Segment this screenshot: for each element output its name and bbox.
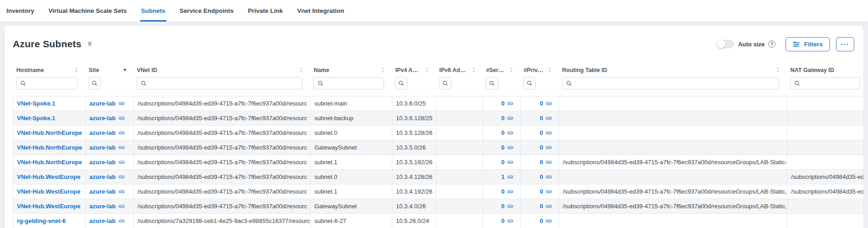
search-filter-site[interactable] xyxy=(88,77,101,89)
tab-private-link[interactable]: Private Link xyxy=(247,0,284,22)
chain-link-icon[interactable] xyxy=(507,144,514,151)
chain-link-icon[interactable] xyxy=(118,159,125,166)
column-label-hostname[interactable]: Hostname xyxy=(16,67,44,73)
chain-link-icon[interactable] xyxy=(507,100,514,107)
site-link[interactable]: azure-lab xyxy=(89,115,115,122)
chain-link-icon[interactable] xyxy=(118,217,125,224)
search-filter-num_services[interactable] xyxy=(486,77,498,89)
num_services-link[interactable]: 0 xyxy=(501,188,505,195)
num_private-link[interactable]: 0 xyxy=(540,203,543,210)
sort-updown-icon[interactable] xyxy=(547,67,553,73)
sort-updown-icon[interactable] xyxy=(73,67,79,73)
site-link[interactable]: azure-lab xyxy=(89,203,115,210)
chain-link-icon[interactable] xyxy=(507,188,514,195)
num_services-link[interactable]: 1 xyxy=(501,173,505,180)
num_private-link[interactable]: 0 xyxy=(540,173,543,180)
hostname-link[interactable]: VNet-Hub.WestEurope xyxy=(17,173,80,180)
chain-link-icon[interactable] xyxy=(507,129,514,136)
tab-vnet-integration[interactable]: Vnet Integration xyxy=(296,0,345,22)
hostname-link[interactable]: VNet-Spoke.1 xyxy=(17,115,55,122)
caret-down-icon[interactable] xyxy=(122,67,127,72)
chain-link-icon[interactable] xyxy=(545,173,552,180)
search-input-nat_gateway_id[interactable] xyxy=(803,78,860,89)
chain-link-icon[interactable] xyxy=(118,129,125,136)
num_services-link[interactable]: 0 xyxy=(501,100,505,107)
num_services-link[interactable]: 0 xyxy=(501,159,505,166)
chain-link-icon[interactable] xyxy=(118,144,125,151)
chain-link-icon[interactable] xyxy=(507,203,514,210)
column-label-ipv6[interactable]: IPv6 Add… xyxy=(439,67,468,73)
sort-updown-icon[interactable] xyxy=(508,67,514,73)
num_private-link[interactable]: 0 xyxy=(540,217,543,224)
question-circle-icon[interactable]: ? xyxy=(768,40,775,48)
site-link[interactable]: azure-lab xyxy=(89,217,115,224)
hostname-link[interactable]: VNet-Hub.NorthEurope xyxy=(17,159,82,166)
search-input-vnet_id[interactable] xyxy=(149,78,302,89)
chain-link-icon[interactable] xyxy=(545,203,552,210)
chain-link-icon[interactable] xyxy=(118,188,125,195)
tab-inventory[interactable]: Inventory xyxy=(5,0,35,22)
bookmark-icon[interactable] xyxy=(87,40,93,48)
site-link[interactable]: azure-lab xyxy=(89,144,115,151)
chain-link-icon[interactable] xyxy=(545,217,552,224)
num_private-link[interactable]: 0 xyxy=(540,129,543,136)
filters-button[interactable]: Filters xyxy=(786,37,830,51)
column-label-num_private[interactable]: #Priv… xyxy=(524,67,544,73)
chain-link-icon[interactable] xyxy=(507,217,514,224)
chain-link-icon[interactable] xyxy=(507,115,514,122)
search-input-hostname[interactable] xyxy=(29,78,77,89)
hostname-link[interactable]: VNet-Spoke.1 xyxy=(17,100,55,107)
chain-link-icon[interactable] xyxy=(118,100,125,107)
chain-link-icon[interactable] xyxy=(545,115,552,122)
sort-updown-icon[interactable] xyxy=(380,67,386,73)
chain-link-icon[interactable] xyxy=(545,188,552,195)
hostname-link[interactable]: VNet-Hub.NorthEurope xyxy=(17,144,82,151)
chain-link-icon[interactable] xyxy=(118,203,125,210)
tab-subnets[interactable]: Subnets xyxy=(140,0,166,22)
num_private-link[interactable]: 0 xyxy=(540,159,543,166)
num_private-link[interactable]: 0 xyxy=(540,115,543,122)
num_services-link[interactable]: 0 xyxy=(501,203,505,210)
column-label-nat_gateway_id[interactable]: NAT Gateway ID xyxy=(791,67,835,73)
hostname-link[interactable]: VNet-Hub.NorthEurope xyxy=(17,129,82,136)
sort-updown-icon[interactable] xyxy=(298,67,304,73)
hostname-link[interactable]: rg-gelding-vnet-6 xyxy=(17,217,66,224)
site-link[interactable]: azure-lab xyxy=(89,129,115,136)
chain-link-icon[interactable] xyxy=(545,144,552,151)
search-input-name[interactable] xyxy=(326,78,384,89)
column-label-ipv4[interactable]: IPv4 Add… xyxy=(396,67,421,73)
chain-link-icon[interactable] xyxy=(545,100,552,107)
column-label-routing_table_id[interactable]: Routing Table ID xyxy=(562,67,607,73)
site-link[interactable]: azure-lab xyxy=(89,173,115,180)
num_services-link[interactable]: 0 xyxy=(501,115,505,122)
more-options-button[interactable]: ··· xyxy=(836,37,854,51)
chain-link-icon[interactable] xyxy=(118,115,125,122)
column-label-num_services[interactable]: #Ser… xyxy=(486,67,505,73)
num_private-link[interactable]: 0 xyxy=(540,144,543,151)
hostname-link[interactable]: VNet-Hub.WestEurope xyxy=(17,188,80,195)
chain-link-icon[interactable] xyxy=(118,173,125,180)
column-label-name[interactable]: Name xyxy=(314,67,330,73)
sort-updown-icon[interactable] xyxy=(424,67,430,73)
chain-link-icon[interactable] xyxy=(545,159,552,166)
num_services-link[interactable]: 0 xyxy=(501,129,505,136)
tab-service-endpoints[interactable]: Service Endpoints xyxy=(179,0,235,22)
hostname-link[interactable]: VNet-Hub.WestEurope xyxy=(17,203,80,210)
site-link[interactable]: azure-lab xyxy=(89,100,115,107)
search-filter-ipv6[interactable] xyxy=(439,77,451,89)
sort-updown-icon[interactable] xyxy=(471,67,477,73)
chain-link-icon[interactable] xyxy=(545,129,552,136)
chain-link-icon[interactable] xyxy=(507,173,514,180)
site-link[interactable]: azure-lab xyxy=(89,159,115,166)
search-filter-ipv4[interactable] xyxy=(395,77,407,89)
num_services-link[interactable]: 0 xyxy=(501,144,505,151)
num_private-link[interactable]: 0 xyxy=(540,100,543,107)
chain-link-icon[interactable] xyxy=(507,159,514,166)
tab-virtual-machine-scale-sets[interactable]: Virtual Machine Scale Sets xyxy=(48,0,128,22)
column-label-vnet_id[interactable]: VNet ID xyxy=(137,67,157,73)
sort-updown-icon[interactable] xyxy=(775,67,781,73)
column-label-site[interactable]: Site xyxy=(89,67,99,73)
num_services-link[interactable]: 0 xyxy=(501,217,505,224)
num_private-link[interactable]: 0 xyxy=(540,188,543,195)
site-link[interactable]: azure-lab xyxy=(89,188,115,195)
